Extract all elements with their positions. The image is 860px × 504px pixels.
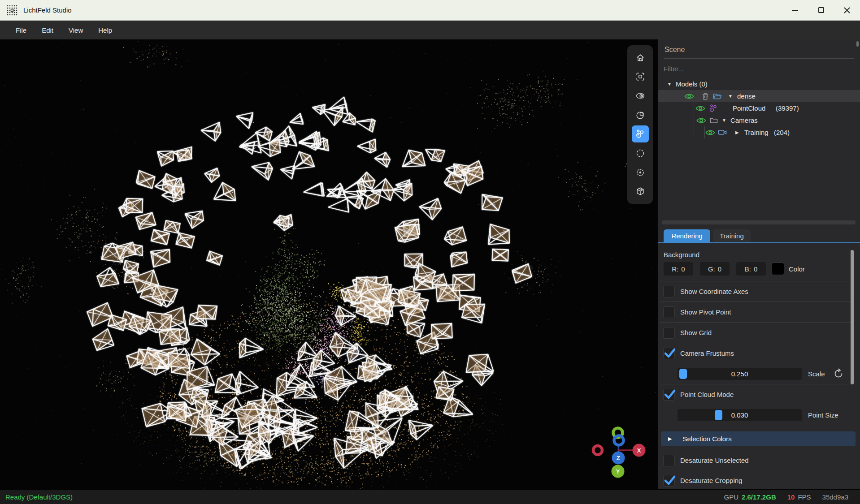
show-coordinate-axes-row: Show Coordinate Axes bbox=[658, 281, 860, 302]
menu-bar: File Edit View Help bbox=[0, 21, 860, 39]
scene-panel: Scene ▼ Models (0) ▼ dense bbox=[658, 39, 860, 489]
close-icon bbox=[843, 7, 851, 14]
point-size-label: Point Size bbox=[808, 411, 838, 419]
background-g-field[interactable]: G:0 bbox=[700, 262, 730, 276]
tree-row-training[interactable]: ▶ Training (204) bbox=[658, 126, 860, 138]
background-b-field[interactable]: B:0 bbox=[736, 262, 766, 276]
training-expand-arrow[interactable]: ▶ bbox=[735, 130, 739, 135]
fps-value: 10 bbox=[787, 493, 795, 501]
scene-panel-title: Scene bbox=[665, 46, 685, 54]
title-bar: LichtFeld Studio bbox=[0, 0, 860, 21]
folder-icon bbox=[710, 117, 718, 124]
cube-icon bbox=[635, 186, 645, 196]
show-coordinate-axes-checkbox[interactable] bbox=[663, 286, 675, 297]
show-pivot-point-checkbox[interactable] bbox=[663, 306, 675, 318]
tree-row-dense[interactable]: ▼ dense bbox=[658, 90, 860, 102]
record-view-button[interactable] bbox=[632, 87, 649, 104]
pointcloud-label: PointCloud bbox=[733, 104, 765, 112]
visibility-eye-icon[interactable] bbox=[684, 93, 694, 100]
training-label: Training bbox=[744, 129, 769, 136]
z-axis-label: Z bbox=[617, 455, 620, 461]
x-negative-ring[interactable] bbox=[593, 446, 602, 455]
axis-gizmo[interactable]: X Z Y bbox=[586, 420, 663, 487]
z-negative-ring[interactable] bbox=[614, 436, 624, 445]
dashed-circle-dot-icon bbox=[635, 168, 645, 177]
cameras-label: Cameras bbox=[730, 116, 758, 124]
viewport-toolbar bbox=[627, 45, 653, 204]
cameras-expand-arrow[interactable]: ▼ bbox=[722, 118, 726, 123]
background-r-field[interactable]: R:0 bbox=[664, 262, 693, 276]
background-rgb-row: R:0 G:0 B:0 Color bbox=[664, 262, 860, 276]
menu-edit[interactable]: Edit bbox=[34, 21, 61, 39]
point-size-slider[interactable]: 0.030 bbox=[678, 409, 802, 421]
visibility-eye-icon[interactable] bbox=[695, 105, 705, 112]
gpu-label: GPU bbox=[724, 493, 738, 501]
frame-scene-button[interactable] bbox=[632, 68, 649, 85]
tab-rendering[interactable]: Rendering bbox=[664, 229, 710, 242]
frustum-scale-slider[interactable]: 0.250 bbox=[678, 368, 802, 380]
visibility-eye-icon[interactable] bbox=[705, 129, 715, 136]
menu-file[interactable]: File bbox=[8, 21, 34, 39]
x-axis-ball[interactable]: X bbox=[633, 444, 646, 457]
panel-splitter[interactable] bbox=[662, 220, 856, 224]
tree-row-models[interactable]: ▼ Models (0) bbox=[658, 78, 860, 90]
background-section-label: Background bbox=[664, 251, 860, 258]
camera-frustums-checkbox[interactable] bbox=[663, 348, 675, 359]
visibility-eye-icon[interactable] bbox=[696, 117, 706, 124]
checkmark-icon bbox=[663, 474, 676, 487]
maximize-button[interactable] bbox=[808, 0, 834, 20]
desaturate-cropping-checkbox[interactable] bbox=[663, 475, 675, 487]
app-logo-icon bbox=[6, 4, 18, 16]
desaturate-unselected-checkbox[interactable] bbox=[663, 455, 675, 466]
close-button[interactable] bbox=[834, 0, 860, 20]
dashed-circle-icon bbox=[635, 148, 645, 158]
z-axis-ball[interactable]: Z bbox=[612, 452, 625, 465]
home-view-button[interactable] bbox=[632, 49, 649, 66]
checkmark-icon bbox=[663, 346, 676, 360]
panel-scrollbar[interactable] bbox=[851, 250, 854, 384]
models-expand-arrow[interactable]: ▼ bbox=[667, 82, 672, 86]
menu-view[interactable]: View bbox=[61, 21, 91, 39]
dense-expand-arrow[interactable]: ▼ bbox=[728, 94, 733, 99]
home-icon bbox=[635, 53, 645, 63]
scene-tree: ▼ Models (0) ▼ dense PointCloud bbox=[658, 78, 860, 138]
y-axis-label: Y bbox=[616, 468, 620, 475]
gpu-memory-value: 2.6/17.2GB bbox=[742, 493, 776, 501]
tree-guide-line bbox=[694, 102, 694, 138]
training-count: (204) bbox=[774, 129, 790, 136]
crop-box-button[interactable] bbox=[632, 183, 649, 200]
scene-filter-input[interactable] bbox=[664, 63, 854, 74]
camera-frustums-row: Camera Frustums bbox=[658, 343, 860, 363]
tree-row-pointcloud[interactable]: PointCloud (39397) bbox=[658, 102, 860, 114]
refresh-scale-button[interactable] bbox=[831, 366, 846, 381]
folder-open-icon bbox=[713, 93, 722, 100]
y-axis-ball[interactable]: Y bbox=[612, 465, 625, 478]
selection-colors-expand-arrow[interactable]: ▶ bbox=[668, 436, 672, 442]
minimize-button[interactable] bbox=[782, 0, 808, 20]
checkmark-icon bbox=[663, 388, 676, 401]
tree-row-cameras[interactable]: ▼ Cameras bbox=[658, 114, 860, 126]
delete-trash-icon[interactable] bbox=[702, 92, 709, 100]
point-cloud-mode-checkbox[interactable] bbox=[663, 389, 675, 401]
selection-center-button[interactable] bbox=[632, 164, 649, 181]
splat-sphere-icon bbox=[635, 110, 645, 120]
panel-tabs: Rendering Training bbox=[658, 229, 860, 242]
viewport-3d[interactable] bbox=[0, 39, 657, 489]
menu-help[interactable]: Help bbox=[91, 21, 120, 39]
point-cloud-mode-button[interactable] bbox=[632, 125, 649, 142]
frustum-scale-row: 0.250 Scale bbox=[658, 363, 860, 384]
dense-label: dense bbox=[737, 92, 756, 100]
models-label: Models (0) bbox=[676, 80, 708, 88]
maximize-icon bbox=[818, 7, 824, 13]
tree-scrollbar[interactable] bbox=[856, 41, 859, 47]
x-axis-label: X bbox=[637, 447, 641, 454]
background-color-swatch[interactable] bbox=[772, 263, 784, 275]
selection-colors-label: Selection Colors bbox=[682, 435, 731, 443]
point-cloud-icon bbox=[635, 129, 646, 139]
show-grid-checkbox[interactable] bbox=[663, 327, 675, 339]
selection-colors-header[interactable]: ▶ Selection Colors bbox=[661, 431, 856, 446]
selection-circle-button[interactable] bbox=[632, 145, 649, 162]
splat-mode-button[interactable] bbox=[632, 107, 649, 124]
refresh-icon bbox=[833, 368, 844, 379]
tab-training[interactable]: Training bbox=[713, 229, 751, 242]
